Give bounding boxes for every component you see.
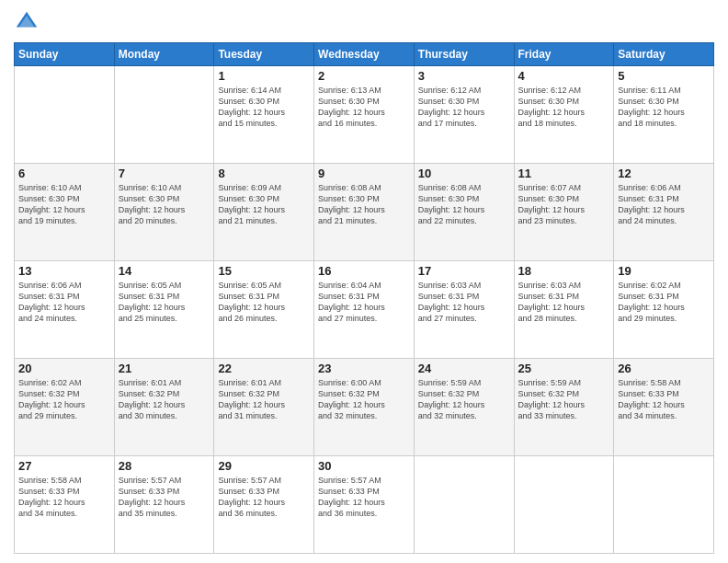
day-info: Sunrise: 6:06 AM Sunset: 6:31 PM Dayligh… [18,280,110,325]
calendar-table: SundayMondayTuesdayWednesdayThursdayFrid… [14,42,714,554]
day-cell: 26Sunrise: 5:58 AM Sunset: 6:33 PM Dayli… [614,359,714,456]
day-number: 2 [318,69,410,83]
day-cell: 1Sunrise: 6:14 AM Sunset: 6:30 PM Daylig… [214,66,314,164]
day-cell [114,66,214,164]
day-info: Sunrise: 6:02 AM Sunset: 6:32 PM Dayligh… [18,377,110,422]
week-row-4: 20Sunrise: 6:02 AM Sunset: 6:32 PM Dayli… [15,359,714,456]
day-info: Sunrise: 6:04 AM Sunset: 6:31 PM Dayligh… [318,280,410,325]
week-row-3: 13Sunrise: 6:06 AM Sunset: 6:31 PM Dayli… [15,261,714,359]
week-row-1: 1Sunrise: 6:14 AM Sunset: 6:30 PM Daylig… [15,66,714,164]
day-number: 1 [218,69,310,83]
day-cell: 10Sunrise: 6:08 AM Sunset: 6:30 PM Dayli… [414,164,514,261]
weekday-header-monday: Monday [114,43,214,66]
day-cell: 29Sunrise: 5:57 AM Sunset: 6:33 PM Dayli… [214,456,314,554]
day-cell: 24Sunrise: 5:59 AM Sunset: 6:32 PM Dayli… [414,359,514,456]
weekday-header-tuesday: Tuesday [214,43,314,66]
day-cell: 15Sunrise: 6:05 AM Sunset: 6:31 PM Dayli… [214,261,314,359]
day-info: Sunrise: 5:57 AM Sunset: 6:33 PM Dayligh… [318,475,410,520]
weekday-header-thursday: Thursday [414,43,514,66]
day-info: Sunrise: 6:10 AM Sunset: 6:30 PM Dayligh… [18,182,110,227]
day-number: 18 [518,264,610,278]
day-cell: 9Sunrise: 6:08 AM Sunset: 6:30 PM Daylig… [314,164,415,261]
day-cell: 14Sunrise: 6:05 AM Sunset: 6:31 PM Dayli… [114,261,214,359]
day-number: 4 [518,69,610,83]
day-cell: 22Sunrise: 6:01 AM Sunset: 6:32 PM Dayli… [214,359,314,456]
logo-icon [14,9,40,35]
day-cell: 16Sunrise: 6:04 AM Sunset: 6:31 PM Dayli… [314,261,415,359]
day-number: 10 [418,167,510,180]
day-info: Sunrise: 6:08 AM Sunset: 6:30 PM Dayligh… [418,182,510,227]
day-info: Sunrise: 6:03 AM Sunset: 6:31 PM Dayligh… [518,280,610,325]
weekday-header-row: SundayMondayTuesdayWednesdayThursdayFrid… [15,43,714,66]
day-number: 25 [518,362,610,375]
day-number: 5 [618,69,710,83]
day-number: 26 [618,362,710,375]
day-number: 29 [218,459,310,473]
day-number: 12 [618,167,710,180]
weekday-header-sunday: Sunday [15,43,115,66]
day-info: Sunrise: 6:01 AM Sunset: 6:32 PM Dayligh… [119,377,210,422]
day-cell: 12Sunrise: 6:06 AM Sunset: 6:31 PM Dayli… [614,164,714,261]
day-info: Sunrise: 6:12 AM Sunset: 6:30 PM Dayligh… [518,85,610,130]
day-info: Sunrise: 6:07 AM Sunset: 6:30 PM Dayligh… [518,182,610,227]
day-info: Sunrise: 5:58 AM Sunset: 6:33 PM Dayligh… [18,475,110,520]
day-info: Sunrise: 6:11 AM Sunset: 6:30 PM Dayligh… [618,85,710,130]
day-info: Sunrise: 6:08 AM Sunset: 6:30 PM Dayligh… [318,182,410,227]
day-number: 15 [218,264,310,278]
day-number: 9 [318,167,410,180]
week-row-5: 27Sunrise: 5:58 AM Sunset: 6:33 PM Dayli… [15,456,714,554]
day-cell: 20Sunrise: 6:02 AM Sunset: 6:32 PM Dayli… [15,359,115,456]
day-number: 8 [218,167,310,180]
day-number: 28 [119,459,210,473]
day-info: Sunrise: 6:09 AM Sunset: 6:30 PM Dayligh… [218,182,310,227]
day-cell [15,66,115,164]
day-cell [414,456,514,554]
logo [14,9,43,35]
day-cell: 8Sunrise: 6:09 AM Sunset: 6:30 PM Daylig… [214,164,314,261]
day-cell: 25Sunrise: 5:59 AM Sunset: 6:32 PM Dayli… [514,359,614,456]
day-number: 7 [119,167,210,180]
header [14,9,714,35]
day-cell: 4Sunrise: 6:12 AM Sunset: 6:30 PM Daylig… [514,66,614,164]
day-info: Sunrise: 5:57 AM Sunset: 6:33 PM Dayligh… [218,475,310,520]
day-info: Sunrise: 5:58 AM Sunset: 6:33 PM Dayligh… [618,377,710,422]
day-cell: 7Sunrise: 6:10 AM Sunset: 6:30 PM Daylig… [114,164,214,261]
day-cell: 2Sunrise: 6:13 AM Sunset: 6:30 PM Daylig… [314,66,415,164]
day-info: Sunrise: 5:59 AM Sunset: 6:32 PM Dayligh… [518,377,610,422]
day-number: 11 [518,167,610,180]
day-info: Sunrise: 6:14 AM Sunset: 6:30 PM Dayligh… [218,85,310,130]
day-number: 19 [618,264,710,278]
day-number: 20 [18,362,110,375]
day-number: 30 [318,459,410,473]
day-info: Sunrise: 5:59 AM Sunset: 6:32 PM Dayligh… [418,377,510,422]
day-cell: 23Sunrise: 6:00 AM Sunset: 6:32 PM Dayli… [314,359,415,456]
day-cell: 3Sunrise: 6:12 AM Sunset: 6:30 PM Daylig… [414,66,514,164]
day-cell: 17Sunrise: 6:03 AM Sunset: 6:31 PM Dayli… [414,261,514,359]
day-number: 23 [318,362,410,375]
day-cell: 19Sunrise: 6:02 AM Sunset: 6:31 PM Dayli… [614,261,714,359]
day-cell: 28Sunrise: 5:57 AM Sunset: 6:33 PM Dayli… [114,456,214,554]
day-number: 16 [318,264,410,278]
day-info: Sunrise: 6:02 AM Sunset: 6:31 PM Dayligh… [618,280,710,325]
day-info: Sunrise: 6:12 AM Sunset: 6:30 PM Dayligh… [418,85,510,130]
day-info: Sunrise: 6:05 AM Sunset: 6:31 PM Dayligh… [119,280,210,325]
day-cell [514,456,614,554]
day-number: 22 [218,362,310,375]
day-number: 14 [119,264,210,278]
day-info: Sunrise: 6:06 AM Sunset: 6:31 PM Dayligh… [618,182,710,227]
day-number: 21 [119,362,210,375]
day-info: Sunrise: 6:01 AM Sunset: 6:32 PM Dayligh… [218,377,310,422]
day-info: Sunrise: 6:03 AM Sunset: 6:31 PM Dayligh… [418,280,510,325]
day-cell: 30Sunrise: 5:57 AM Sunset: 6:33 PM Dayli… [314,456,415,554]
weekday-header-saturday: Saturday [614,43,714,66]
week-row-2: 6Sunrise: 6:10 AM Sunset: 6:30 PM Daylig… [15,164,714,261]
weekday-header-wednesday: Wednesday [314,43,415,66]
day-cell: 6Sunrise: 6:10 AM Sunset: 6:30 PM Daylig… [15,164,115,261]
day-cell: 18Sunrise: 6:03 AM Sunset: 6:31 PM Dayli… [514,261,614,359]
weekday-header-friday: Friday [514,43,614,66]
day-cell: 11Sunrise: 6:07 AM Sunset: 6:30 PM Dayli… [514,164,614,261]
day-number: 24 [418,362,510,375]
day-info: Sunrise: 6:00 AM Sunset: 6:32 PM Dayligh… [318,377,410,422]
day-cell: 27Sunrise: 5:58 AM Sunset: 6:33 PM Dayli… [15,456,115,554]
day-cell: 5Sunrise: 6:11 AM Sunset: 6:30 PM Daylig… [614,66,714,164]
